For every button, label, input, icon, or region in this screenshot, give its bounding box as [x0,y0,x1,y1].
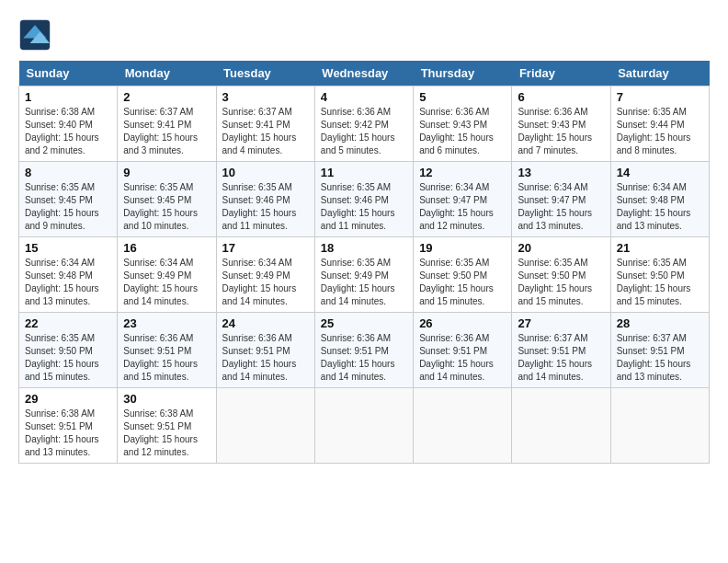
calendar-cell: 13 Sunrise: 6:34 AMSunset: 9:47 PMDaylig… [512,162,610,237]
calendar-cell [610,388,709,464]
day-info: Sunrise: 6:38 AMSunset: 9:40 PMDaylight:… [25,106,111,157]
calendar-cell: 9 Sunrise: 6:35 AMSunset: 9:45 PMDayligh… [118,162,216,237]
calendar-cell: 29 Sunrise: 6:38 AMSunset: 9:51 PMDaylig… [19,388,118,464]
weekday-header: Tuesday [216,61,314,86]
calendar-cell: 26 Sunrise: 6:36 AMSunset: 9:51 PMDaylig… [414,313,512,388]
day-info: Sunrise: 6:38 AMSunset: 9:51 PMDaylight:… [25,408,111,459]
day-number: 3 [222,90,309,104]
logo [18,18,57,52]
day-info: Sunrise: 6:37 AMSunset: 9:41 PMDaylight:… [222,106,309,157]
calendar-cell: 23 Sunrise: 6:36 AMSunset: 9:51 PMDaylig… [118,313,216,388]
day-info: Sunrise: 6:34 AMSunset: 9:47 PMDaylight:… [419,181,506,233]
calendar-cell: 17 Sunrise: 6:34 AMSunset: 9:49 PMDaylig… [216,237,314,313]
calendar-cell: 7 Sunrise: 6:35 AMSunset: 9:44 PMDayligh… [610,86,709,162]
day-number: 14 [617,166,703,179]
day-info: Sunrise: 6:36 AMSunset: 9:42 PMDaylight:… [321,106,407,157]
day-number: 1 [25,90,111,104]
calendar-cell [512,388,610,464]
day-number: 11 [321,166,407,179]
day-info: Sunrise: 6:35 AMSunset: 9:50 PMDaylight:… [518,257,604,308]
calendar-cell [314,388,413,464]
calendar-cell: 24 Sunrise: 6:36 AMSunset: 9:51 PMDaylig… [216,313,314,388]
weekday-header: Monday [118,61,216,86]
calendar-cell: 11 Sunrise: 6:35 AMSunset: 9:46 PMDaylig… [314,162,413,237]
day-info: Sunrise: 6:35 AMSunset: 9:50 PMDaylight:… [617,257,703,308]
calendar-cell [414,388,512,464]
day-number: 15 [25,241,111,255]
day-info: Sunrise: 6:36 AMSunset: 9:51 PMDaylight:… [222,332,309,384]
weekday-header: Sunday [19,61,118,86]
calendar-cell: 1 Sunrise: 6:38 AMSunset: 9:40 PMDayligh… [19,86,118,162]
weekday-header: Saturday [610,61,709,86]
day-info: Sunrise: 6:36 AMSunset: 9:43 PMDaylight:… [518,106,604,157]
day-info: Sunrise: 6:34 AMSunset: 9:48 PMDaylight:… [617,181,703,233]
day-info: Sunrise: 6:36 AMSunset: 9:51 PMDaylight:… [123,332,210,384]
day-info: Sunrise: 6:35 AMSunset: 9:50 PMDaylight:… [419,257,506,308]
day-info: Sunrise: 6:37 AMSunset: 9:51 PMDaylight:… [518,332,604,384]
day-number: 7 [617,90,703,104]
day-number: 29 [25,392,111,406]
day-info: Sunrise: 6:37 AMSunset: 9:41 PMDaylight:… [123,106,210,157]
day-number: 12 [419,166,506,179]
calendar-cell: 20 Sunrise: 6:35 AMSunset: 9:50 PMDaylig… [512,237,610,313]
day-number: 16 [123,241,210,255]
calendar-cell: 22 Sunrise: 6:35 AMSunset: 9:50 PMDaylig… [19,313,118,388]
day-number: 26 [419,316,506,330]
day-number: 5 [419,90,506,104]
day-number: 6 [518,90,604,104]
day-info: Sunrise: 6:35 AMSunset: 9:46 PMDaylight:… [321,181,407,233]
calendar-week-row: 15 Sunrise: 6:34 AMSunset: 9:48 PMDaylig… [19,237,710,313]
day-info: Sunrise: 6:35 AMSunset: 9:49 PMDaylight:… [321,257,407,308]
day-info: Sunrise: 6:35 AMSunset: 9:50 PMDaylight:… [25,332,111,384]
day-number: 30 [123,392,210,406]
day-number: 17 [222,241,309,255]
day-info: Sunrise: 6:34 AMSunset: 9:49 PMDaylight:… [222,257,309,308]
calendar-cell: 12 Sunrise: 6:34 AMSunset: 9:47 PMDaylig… [414,162,512,237]
day-number: 28 [617,316,703,330]
day-info: Sunrise: 6:34 AMSunset: 9:49 PMDaylight:… [123,257,210,308]
calendar-week-row: 1 Sunrise: 6:38 AMSunset: 9:40 PMDayligh… [19,86,710,162]
calendar-cell [216,388,314,464]
calendar-cell: 2 Sunrise: 6:37 AMSunset: 9:41 PMDayligh… [118,86,216,162]
page-header [18,18,710,52]
day-number: 4 [321,90,407,104]
day-info: Sunrise: 6:37 AMSunset: 9:51 PMDaylight:… [617,332,703,384]
day-number: 25 [321,316,407,330]
calendar-cell: 25 Sunrise: 6:36 AMSunset: 9:51 PMDaylig… [314,313,413,388]
calendar-cell: 8 Sunrise: 6:35 AMSunset: 9:45 PMDayligh… [19,162,118,237]
day-number: 10 [222,166,309,179]
calendar-cell: 19 Sunrise: 6:35 AMSunset: 9:50 PMDaylig… [414,237,512,313]
logo-icon [18,18,51,52]
weekday-header: Thursday [414,61,512,86]
day-number: 8 [25,166,111,179]
day-info: Sunrise: 6:38 AMSunset: 9:51 PMDaylight:… [123,408,210,459]
day-info: Sunrise: 6:36 AMSunset: 9:51 PMDaylight:… [419,332,506,384]
day-number: 21 [617,241,703,255]
calendar-cell: 15 Sunrise: 6:34 AMSunset: 9:48 PMDaylig… [19,237,118,313]
calendar-table: SundayMondayTuesdayWednesdayThursdayFrid… [18,61,710,464]
day-number: 2 [123,90,210,104]
calendar-header-row: SundayMondayTuesdayWednesdayThursdayFrid… [19,61,710,86]
day-number: 13 [518,166,604,179]
day-info: Sunrise: 6:35 AMSunset: 9:45 PMDaylight:… [25,181,111,233]
day-info: Sunrise: 6:35 AMSunset: 9:45 PMDaylight:… [123,181,210,233]
calendar-cell: 14 Sunrise: 6:34 AMSunset: 9:48 PMDaylig… [610,162,709,237]
calendar-cell: 27 Sunrise: 6:37 AMSunset: 9:51 PMDaylig… [512,313,610,388]
day-info: Sunrise: 6:35 AMSunset: 9:46 PMDaylight:… [222,181,309,233]
day-info: Sunrise: 6:36 AMSunset: 9:43 PMDaylight:… [419,106,506,157]
day-number: 19 [419,241,506,255]
calendar-cell: 3 Sunrise: 6:37 AMSunset: 9:41 PMDayligh… [216,86,314,162]
day-info: Sunrise: 6:34 AMSunset: 9:47 PMDaylight:… [518,181,604,233]
day-number: 9 [123,166,210,179]
day-number: 23 [123,316,210,330]
day-number: 27 [518,316,604,330]
day-info: Sunrise: 6:36 AMSunset: 9:51 PMDaylight:… [321,332,407,384]
calendar-week-row: 22 Sunrise: 6:35 AMSunset: 9:50 PMDaylig… [19,313,710,388]
calendar-cell: 18 Sunrise: 6:35 AMSunset: 9:49 PMDaylig… [314,237,413,313]
calendar-cell: 30 Sunrise: 6:38 AMSunset: 9:51 PMDaylig… [118,388,216,464]
calendar-cell: 21 Sunrise: 6:35 AMSunset: 9:50 PMDaylig… [610,237,709,313]
calendar-cell: 5 Sunrise: 6:36 AMSunset: 9:43 PMDayligh… [414,86,512,162]
weekday-header: Friday [512,61,610,86]
day-number: 18 [321,241,407,255]
calendar-cell: 4 Sunrise: 6:36 AMSunset: 9:42 PMDayligh… [314,86,413,162]
